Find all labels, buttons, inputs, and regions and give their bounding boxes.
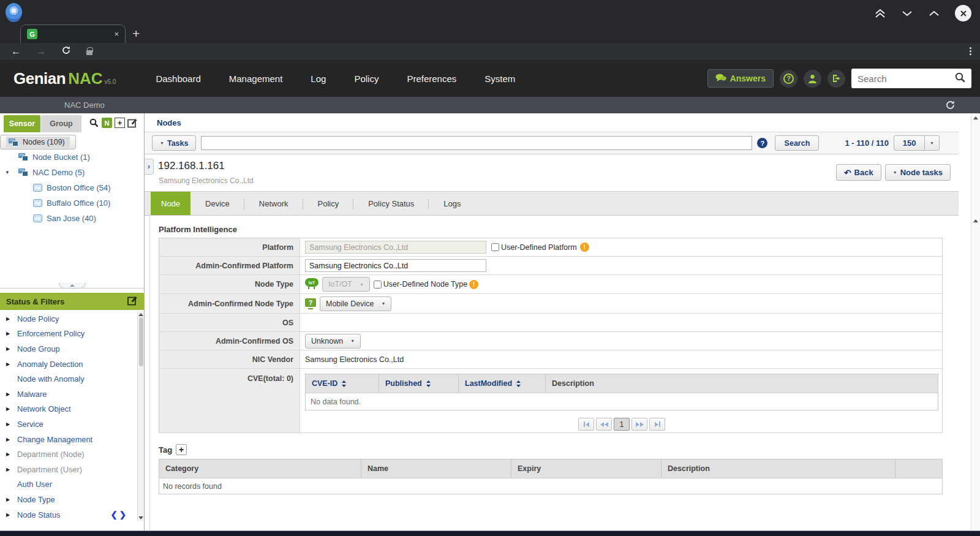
admin-os-select[interactable]: Unknown▼	[305, 334, 361, 349]
nav-management[interactable]: Management	[215, 74, 297, 84]
first-page-button[interactable]	[578, 418, 594, 431]
filter-item-anomaly-detection[interactable]: ▶Anomaly Detection	[0, 357, 138, 372]
node-search-input[interactable]	[201, 136, 752, 150]
sidebar-search-icon[interactable]	[89, 118, 99, 128]
nav-system[interactable]: System	[470, 74, 529, 84]
tab-network[interactable]: Network	[244, 192, 303, 215]
section-title: Platform Intelligence	[159, 225, 959, 234]
back-button[interactable]: ↶Back	[836, 164, 881, 181]
user-defined-node-type-checkbox[interactable]	[374, 281, 382, 289]
node-tasks-button[interactable]: ▼Node tasks	[885, 164, 951, 181]
nav-preferences[interactable]: Preferences	[393, 74, 470, 84]
filter-item-node-status[interactable]: ▶Node Status❮❯	[0, 507, 138, 523]
tree-item-san-jose[interactable]: San Jose (40)	[0, 211, 138, 226]
tree-item-buffalo-office[interactable]: Buffalo Office (10)	[0, 195, 138, 211]
filter-item-department-node[interactable]: ▶Department (Node)	[0, 447, 138, 462]
search-button[interactable]: Search	[775, 135, 819, 151]
filters-edit-icon[interactable]	[127, 295, 138, 308]
sidebar-n-badge-icon[interactable]: N	[102, 118, 112, 128]
published-column-header[interactable]: Published	[379, 374, 459, 393]
filter-item-enforcement-policy[interactable]: ▶Enforcement Policy	[0, 327, 138, 342]
scroll-up-icon[interactable]	[973, 219, 978, 222]
global-search-input[interactable]	[858, 74, 951, 84]
filter-item-auth-user[interactable]: Auth User	[0, 477, 138, 493]
tree-item-node-bucket[interactable]: Node Bucket (1)	[0, 149, 138, 165]
sensor-tree: Nodes (109) Node Bucket (1) ▼ NAC Demo (…	[0, 135, 138, 226]
browser-tab[interactable]: G ×	[20, 25, 126, 43]
nav-dashboard[interactable]: Dashboard	[141, 74, 214, 84]
keep-above-icon[interactable]	[874, 9, 886, 18]
filter-item-network-object[interactable]: ▶Network Object	[0, 402, 138, 417]
expand-caret-icon[interactable]: ▼	[5, 170, 10, 175]
forward-nav-icon[interactable]: →	[36, 47, 46, 56]
tab-logs[interactable]: Logs	[429, 192, 475, 215]
tab-group[interactable]: Group	[41, 115, 81, 132]
back-nav-icon[interactable]: ←	[11, 47, 21, 56]
admin-node-type-select[interactable]: Mobile Device▼	[320, 296, 391, 311]
tab-node[interactable]: Node	[151, 192, 190, 215]
tab-sensor[interactable]: Sensor	[4, 115, 40, 132]
filter-item-malware[interactable]: ▶Malware	[0, 387, 138, 402]
nav-policy[interactable]: Policy	[340, 74, 393, 84]
filter-item-node-policy[interactable]: ▶Node Policy	[0, 311, 138, 327]
tab-policy-status[interactable]: Policy Status	[353, 192, 429, 215]
tree-item-boston-office[interactable]: Boston Office (54)	[0, 180, 138, 195]
main-panel: Nodes ▼Tasks ? Search 1 - 110 / 110 150 …	[145, 113, 980, 530]
page-size-select[interactable]: 150 ▼	[894, 135, 940, 151]
main-scrollbar[interactable]	[971, 113, 980, 530]
collapse-handle[interactable]	[59, 282, 86, 289]
tag-add-button[interactable]: +	[176, 444, 187, 455]
user-defined-platform-checkbox[interactable]	[491, 243, 499, 251]
answers-button[interactable]: Answers	[707, 69, 774, 88]
close-window-button[interactable]	[955, 5, 971, 21]
caret-right-icon: ▶	[6, 421, 10, 427]
logout-button[interactable]	[827, 70, 845, 88]
filter-item-change-management[interactable]: ▶Change Management	[0, 432, 138, 447]
search-help-icon[interactable]: ?	[757, 138, 767, 148]
pager-angle-icons[interactable]: ❮❯	[110, 510, 128, 519]
prev-page-button[interactable]	[596, 418, 612, 431]
chevron-down-icon[interactable]: ▼	[925, 136, 939, 150]
filter-item-service[interactable]: ▶Service	[0, 417, 138, 432]
scrollbar-thumb[interactable]	[139, 317, 143, 366]
user-button[interactable]	[804, 70, 821, 88]
tab-policy[interactable]: Policy	[303, 192, 354, 215]
chevron-down-icon: ▼	[382, 301, 386, 306]
sidebar-scrollbar[interactable]	[137, 311, 144, 521]
minimize-icon[interactable]	[901, 9, 913, 18]
browser-menu-icon[interactable]	[970, 47, 971, 55]
cve-id-column-header[interactable]: CVE-ID	[306, 374, 379, 393]
tree-item-nac-demo[interactable]: ▼ NAC Demo (5)	[0, 165, 138, 180]
scroll-up-icon[interactable]	[973, 116, 978, 119]
current-page-button[interactable]: 1	[614, 418, 630, 431]
filter-item-node-type[interactable]: ▶Node Type	[0, 492, 138, 507]
reload-icon[interactable]	[61, 45, 71, 58]
nav-log[interactable]: Log	[296, 74, 340, 84]
caret-right-icon: ▶	[6, 512, 10, 518]
maximize-icon[interactable]	[928, 9, 940, 18]
admin-platform-input[interactable]	[305, 259, 486, 272]
sidebar-add-icon[interactable]: +	[115, 118, 125, 128]
os-value	[300, 314, 942, 331]
tasks-button[interactable]: ▼Tasks	[152, 135, 196, 151]
last-page-button[interactable]	[649, 418, 665, 431]
new-tab-button[interactable]: +	[132, 26, 140, 41]
last-modified-column-header[interactable]: LastModified	[459, 374, 546, 393]
help-button[interactable]: ?	[780, 70, 797, 88]
search-icon[interactable]	[955, 72, 965, 85]
filter-item-node-with-anomaly[interactable]: Node with Anomaly	[0, 371, 138, 387]
tab-device[interactable]: Device	[190, 192, 244, 215]
field-label: OS	[159, 314, 300, 331]
next-page-button[interactable]	[631, 418, 647, 431]
refresh-icon[interactable]	[945, 100, 956, 113]
result-range: 1 - 110 / 110	[845, 138, 889, 148]
scroll-up-icon[interactable]	[138, 313, 143, 316]
tree-item-nodes[interactable]: Nodes (109)	[0, 135, 76, 149]
node-vendor: Samsung Electronics Co.,Ltd	[159, 176, 254, 185]
scroll-down-icon[interactable]	[138, 516, 143, 519]
panel-expander-button[interactable]: ›	[145, 159, 154, 175]
filter-item-department-user[interactable]: ▶Department (User)	[0, 462, 138, 477]
sidebar-edit-icon[interactable]	[127, 118, 138, 128]
tab-close-icon[interactable]: ×	[114, 29, 119, 39]
filter-item-node-group[interactable]: ▶Node Group	[0, 341, 138, 357]
